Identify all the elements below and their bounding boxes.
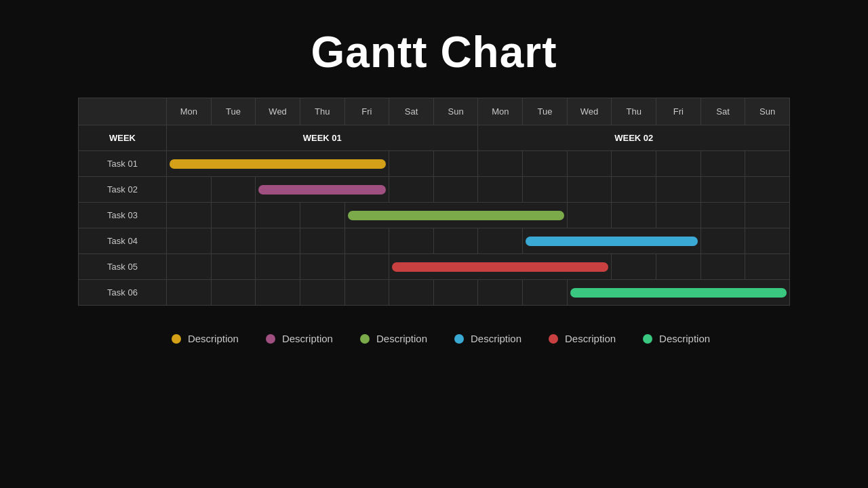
empty-cell [745,203,790,228]
bar-cell-5 [567,280,789,306]
empty-cell [211,177,256,203]
empty-cell [567,151,612,177]
task-row: Task 02 [79,177,790,203]
empty-cell [567,203,612,228]
empty-cell [167,177,212,203]
task-label-4: Task 05 [79,254,167,280]
week-01-header: WEEK 01 [167,125,478,151]
empty-cell [300,254,344,280]
task-row: Task 04 [79,228,790,254]
legend-item-5: Description [643,333,710,344]
gantt-table: MonTueWedThuFriSatSunMonTueWedThuFriSatS… [78,98,790,306]
empty-cell [567,177,612,203]
legend-label-5: Description [659,333,710,344]
empty-cell [344,254,389,280]
empty-cell [523,151,568,177]
empty-cell [701,203,745,228]
day-header-5: Sat [389,98,434,125]
day-header-0: Mon [167,98,212,125]
empty-cell [256,203,300,228]
week-col-header: WEEK [79,125,167,151]
gantt-chart: MonTueWedThuFriSatSunMonTueWedThuFriSatS… [78,98,790,306]
empty-cell [612,177,656,203]
bar-cell-2 [344,203,567,228]
empty-cell [167,228,212,254]
gantt-bar-2 [348,211,564,220]
task-label-1: Task 02 [79,177,167,203]
day-header-6: Sun [433,98,478,125]
empty-cell [745,177,790,203]
task-label-5: Task 06 [79,280,167,306]
empty-cell [478,177,523,203]
empty-cell [656,151,701,177]
legend-item-4: Description [549,333,616,344]
empty-cell [167,203,212,228]
empty-cell [701,151,745,177]
bar-cell-0 [167,151,389,177]
legend-item-1: Description [266,333,333,344]
day-header-1: Tue [211,98,256,125]
legend-label-4: Description [565,333,616,344]
task-label-0: Task 01 [79,151,167,177]
empty-cell [612,151,656,177]
legend-label-0: Description [188,333,239,344]
empty-cell [433,177,478,203]
legend-label-2: Description [376,333,427,344]
empty-cell [745,254,790,280]
empty-cell [656,203,701,228]
legend-dot-1 [266,334,275,344]
task-label-3: Task 04 [79,228,167,254]
empty-cell [389,151,434,177]
day-header-9: Wed [567,98,612,125]
empty-cell [167,280,212,306]
empty-cell [256,254,300,280]
legend: DescriptionDescriptionDescriptionDescrip… [158,333,710,344]
empty-cell [211,203,256,228]
legend-label-1: Description [282,333,333,344]
day-header-2: Wed [256,98,300,125]
legend-dot-3 [454,334,464,344]
task-row: Task 01 [79,151,790,177]
empty-cell [478,228,523,254]
empty-cell [433,228,478,254]
bar-cell-4 [389,254,612,280]
empty-cell [656,177,701,203]
empty-cell [656,254,701,280]
empty-cell [745,151,790,177]
empty-cell [745,228,790,254]
empty-cell [523,177,568,203]
bar-cell-1 [256,177,389,203]
empty-cell [478,151,523,177]
page-title: Gantt Chart [311,27,557,77]
gantt-bar-5 [570,288,787,298]
empty-cell [433,151,478,177]
day-header-11: Fri [656,98,701,125]
empty-cell [300,203,344,228]
task-row: Task 06 [79,280,790,306]
legend-label-3: Description [471,333,521,344]
legend-dot-0 [172,334,181,344]
empty-cell [211,254,256,280]
empty-cell [701,254,745,280]
gantt-bar-1 [258,185,386,195]
empty-cell [612,254,656,280]
empty-cell [256,280,300,306]
legend-item-3: Description [454,333,521,344]
empty-cell [167,254,212,280]
empty-cell [389,280,434,306]
day-header-4: Fri [344,98,389,125]
empty-cell [344,228,389,254]
day-header-3: Thu [300,98,344,125]
legend-item-2: Description [360,333,427,344]
legend-dot-5 [643,334,652,344]
gantt-bar-4 [392,262,608,272]
empty-cell [612,203,656,228]
day-header-8: Tue [523,98,568,125]
day-header-10: Thu [612,98,656,125]
empty-cell [300,228,344,254]
legend-dot-4 [549,334,558,344]
gantt-bar-0 [170,159,386,169]
task-row: Task 03 [79,203,790,228]
gantt-bar-3 [526,237,698,246]
empty-cell [344,280,389,306]
